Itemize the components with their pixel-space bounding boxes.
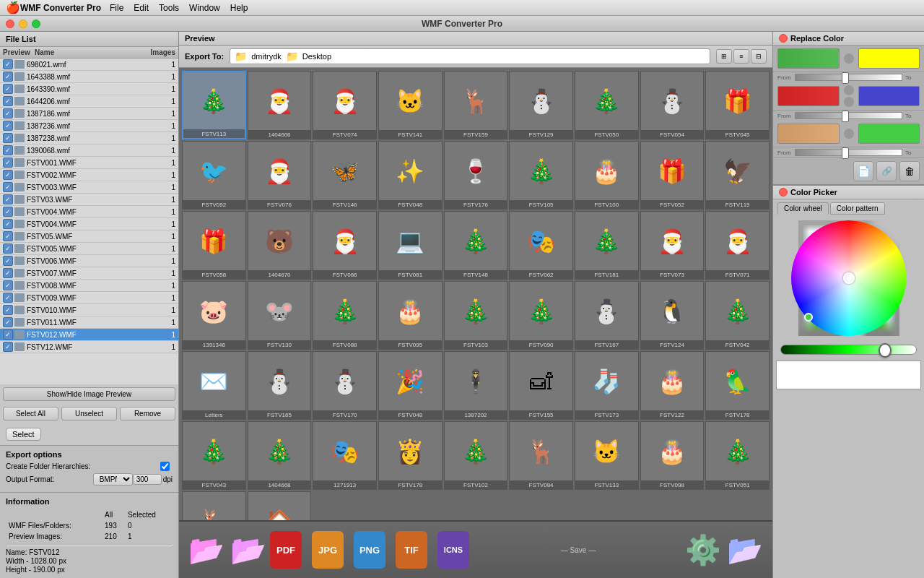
grid-cell[interactable]: 🎄 FSTV113 [182,71,246,139]
png-tool[interactable]: PNG [351,528,388,571]
grid-cell[interactable]: 🐧 FSTV124 [640,281,705,350]
replace-color-close-button[interactable] [779,34,788,43]
file-item[interactable]: 1643390.wmf 1 [0,83,178,95]
menu-help[interactable]: Help [230,3,248,13]
grid-cell[interactable]: 🎅 FSTV086 [313,211,377,280]
file-check[interactable] [3,145,13,155]
grid-cell[interactable]: ⛄ FSTV170 [313,351,377,420]
show-hide-button[interactable]: Show/Hide Image Preview [3,387,175,401]
grid-cell[interactable]: 🎅 1404666 [248,71,312,139]
pdf-tool[interactable]: PDF [267,528,305,571]
open-folder-tool[interactable]: 📂 [188,528,225,571]
grid-cell[interactable]: 🎁 FSTV052 [640,141,705,210]
file-item[interactable]: FSTV003.WMF 1 [0,181,178,194]
grid-cell[interactable]: 🎂 FSTV098 [640,421,705,490]
file-check[interactable] [3,305,13,315]
file-list[interactable]: 698021.wmf 1 1643388.wmf 1 1643390.wmf 1… [0,59,178,384]
file-check[interactable] [3,170,13,180]
color-to-3[interactable] [858,124,920,144]
file-check[interactable] [3,268,13,278]
dpi-input[interactable] [133,474,162,485]
file-check[interactable] [3,280,13,290]
file-check[interactable] [3,158,13,168]
unselect-button[interactable]: Unselect [61,407,117,420]
grid-cell[interactable]: 🕴 1387202 [444,351,508,420]
file-item[interactable]: 1643388.wmf 1 [0,71,178,83]
file-item[interactable]: FSTV05.WMF 1 [0,230,178,243]
grid-cell[interactable]: 🛋 FSTV155 [509,351,573,420]
file-item[interactable]: 1390068.wmf 1 [0,144,178,157]
grid-cell[interactable]: 🎄 FSTV090 [509,281,573,350]
file-check[interactable] [3,133,13,143]
grid-cell[interactable]: 🎄 FSTV042 [705,281,770,350]
file-item[interactable]: FSTV009.WMF 1 [0,292,178,304]
file-check[interactable] [3,293,13,303]
file-item[interactable]: FSTV03.WMF 1 [0,194,178,206]
grid-cell[interactable]: 🎭 FSTV062 [509,211,573,280]
file-check[interactable] [3,108,13,118]
file-check[interactable] [3,231,13,241]
select-button[interactable]: Select [6,428,41,441]
from-gradient-2[interactable] [795,112,902,119]
grid-cell[interactable]: 🦌 FSTV159 [444,71,508,139]
from-gradient-3[interactable] [795,149,902,156]
menu-file[interactable]: File [110,3,123,13]
file-check[interactable] [3,207,13,217]
from-gradient-1[interactable] [795,74,902,81]
file-item[interactable]: 1387186.wmf 1 [0,108,178,120]
grid-cell[interactable]: 🍷 FSTV176 [444,141,508,210]
file-check[interactable] [3,194,13,204]
grid-cell[interactable]: 🐦 FSTV092 [182,141,246,210]
grid-cell[interactable]: ✉️ Letters [182,351,246,420]
grid-cell[interactable]: 🎭 1271913 [313,421,377,490]
file-item[interactable]: FSTV005.WMF 1 [0,243,178,255]
select-all-button[interactable]: Select All [3,407,58,420]
file-check[interactable] [3,121,13,131]
file-item[interactable]: FSTV011.WMF 1 [0,316,178,329]
grid-cell[interactable]: ✨ FSTV048 [378,141,443,210]
grid-cell[interactable]: 🦅 FSTV119 [705,141,770,210]
grid-cell[interactable]: 🎅 FSTV071 [705,211,770,280]
file-item[interactable]: FSTV004.WMF 1 [0,206,178,218]
detail-view-button[interactable]: ⊟ [751,49,767,64]
grid-cell[interactable]: 🦋 FSTV146 [313,141,377,210]
grid-cell[interactable]: 🐻 1404670 [248,211,312,280]
grid-cell[interactable]: 🐭 FSTV130 [248,281,312,350]
grid-cell[interactable]: 👸 FSTV178 [378,421,443,490]
minimize-button[interactable] [19,20,27,28]
grid-cell[interactable]: 🎄 FSTV043 [182,421,246,490]
file-check[interactable] [3,243,13,254]
tif-tool[interactable]: TIF [393,528,430,571]
file-check[interactable] [3,342,13,352]
convert-tool[interactable]: ⚙️ [684,528,722,571]
export-path[interactable]: 📁 dmitrydk 📁 Desktop [230,48,710,64]
file-item[interactable]: 1387236.wmf 1 [0,120,178,132]
menu-window[interactable]: Window [189,3,220,13]
color-from-3[interactable] [777,124,840,144]
file-item[interactable]: 698021.wmf 1 [0,59,178,71]
grid-cell[interactable]: 🎉 FSTV048 [378,351,443,420]
grid-cell[interactable]: 🎄 FSTV050 [575,71,639,139]
grid-cell[interactable]: 🧦 FSTV173 [575,351,639,420]
grid-cell[interactable]: 🐱 FSTV141 [378,71,443,139]
color-picker-close-button[interactable] [779,188,788,197]
grid-cell[interactable]: 🎂 FSTV100 [575,141,639,210]
grid-cell[interactable]: 🎄 FSTV105 [509,141,573,210]
file-item[interactable]: FSTV006.WMF 1 [0,255,178,267]
close-button[interactable] [6,20,14,28]
file-check[interactable] [3,59,13,69]
grid-cell[interactable]: 🎄 FSTV051 [705,421,770,490]
grid-cell[interactable]: 🦌 FSTV083 [182,491,246,520]
color-to-2[interactable] [858,86,920,106]
file-item[interactable]: FSTV002.WMF 1 [0,169,178,181]
color-wheel[interactable] [791,220,907,336]
grid-cell[interactable]: 🎁 FSTV045 [705,71,770,139]
color-to-1[interactable] [858,48,920,69]
file-check[interactable] [3,96,13,106]
hue-slider[interactable] [780,345,917,355]
format-select[interactable]: BMPfPDFJPGPNG [93,473,133,486]
file-check[interactable] [3,182,13,192]
file-item[interactable]: FSTV12.WMF 1 [0,341,178,353]
file-item[interactable]: FSTV010.WMF 1 [0,304,178,316]
grid-cell[interactable]: 🎅 FSTV073 [640,211,705,280]
